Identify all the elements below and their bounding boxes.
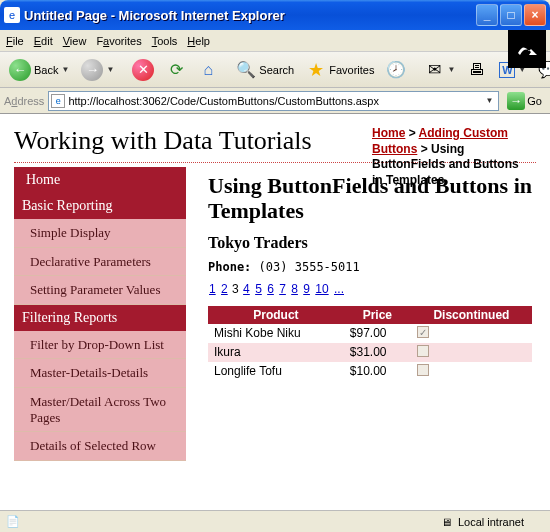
- pager-link[interactable]: 4: [243, 282, 250, 296]
- titlebar: e Untitled Page - Microsoft Internet Exp…: [0, 0, 550, 30]
- phone-row: Phone: (03) 3555-5011: [208, 260, 532, 274]
- zone-icon: 🖥: [440, 515, 454, 529]
- chevron-down-icon[interactable]: ▼: [482, 96, 496, 105]
- maximize-button[interactable]: □: [500, 4, 522, 26]
- sidebar-section-basic-reporting[interactable]: Basic Reporting: [14, 193, 186, 219]
- address-bar: Address e ▼ → Go: [0, 88, 550, 114]
- address-input[interactable]: [68, 95, 482, 107]
- mail-button[interactable]: ✉▼: [419, 58, 460, 82]
- table-header-row: Product Price Discontinued: [208, 306, 532, 324]
- history-button[interactable]: 🕗: [381, 58, 411, 82]
- cell-price: $97.00: [344, 324, 411, 343]
- print-icon: 🖶: [467, 60, 487, 80]
- throbber-icon: [508, 30, 546, 68]
- go-icon: →: [507, 92, 525, 110]
- supplier-name: Tokyo Traders: [208, 234, 532, 252]
- sidebar-item[interactable]: Setting Parameter Values: [14, 276, 186, 305]
- col-discontinued: Discontinued: [411, 306, 532, 324]
- sidebar-item[interactable]: Details of Selected Row: [14, 432, 186, 461]
- cell-disc: [411, 343, 532, 362]
- cell-product: Mishi Kobe Niku: [208, 324, 344, 343]
- home-icon: ⌂: [198, 60, 218, 80]
- forward-button[interactable]: → ▼: [76, 57, 119, 83]
- search-label: Search: [259, 64, 294, 76]
- history-icon: 🕗: [386, 60, 406, 80]
- cell-disc: [411, 324, 532, 343]
- pager-link[interactable]: 7: [279, 282, 286, 296]
- cell-price: $31.00: [344, 343, 411, 362]
- minimize-button[interactable]: _: [476, 4, 498, 26]
- menubar: File Edit View Favorites Tools Help: [0, 30, 550, 52]
- mail-icon: ✉: [424, 60, 444, 80]
- sidebar: Home Basic Reporting Simple Display Decl…: [14, 163, 186, 461]
- pager-link[interactable]: 10: [315, 282, 328, 296]
- address-field[interactable]: e ▼: [48, 91, 499, 111]
- page-status-icon: 📄: [6, 515, 20, 529]
- phone-label: Phone:: [208, 260, 251, 274]
- menu-tools[interactable]: Tools: [152, 35, 178, 47]
- refresh-button[interactable]: ⟳: [161, 58, 191, 82]
- search-button[interactable]: 🔍 Search: [231, 58, 299, 82]
- cell-product: Longlife Tofu: [208, 362, 344, 381]
- home-button[interactable]: ⌂: [193, 58, 223, 82]
- menu-help[interactable]: Help: [187, 35, 210, 47]
- menu-favorites[interactable]: Favorites: [96, 35, 141, 47]
- sidebar-item[interactable]: Master/Detail Across Two Pages: [14, 388, 186, 432]
- address-label: Address: [4, 95, 44, 107]
- pager-current: 3: [232, 282, 239, 296]
- checkbox-icon: [417, 364, 429, 376]
- table-row: Longlife Tofu $10.00: [208, 362, 532, 381]
- close-button[interactable]: ×: [524, 4, 546, 26]
- menu-edit[interactable]: Edit: [34, 35, 53, 47]
- page-icon: e: [51, 94, 65, 108]
- menu-view[interactable]: View: [63, 35, 87, 47]
- statusbar: 📄 🖥 Local intranet: [0, 510, 550, 532]
- pager-link[interactable]: 9: [303, 282, 310, 296]
- breadcrumb: Home > Adding Custom Buttons > Using But…: [372, 126, 532, 188]
- back-icon: ←: [9, 59, 31, 81]
- back-button[interactable]: ← Back ▼: [4, 57, 74, 83]
- sidebar-item[interactable]: Simple Display: [14, 219, 186, 248]
- favorites-button[interactable]: ★ Favorites: [301, 58, 379, 82]
- cell-disc: [411, 362, 532, 381]
- chevron-down-icon: ▼: [106, 65, 114, 74]
- refresh-icon: ⟳: [166, 60, 186, 80]
- viewport: Working with Data Tutorials Home > Addin…: [0, 114, 550, 510]
- sidebar-item[interactable]: Master-Details-Details: [14, 359, 186, 388]
- pager: 1 2 3 4 5 6 7 8 9 10 ...: [208, 282, 532, 296]
- pager-link[interactable]: 8: [291, 282, 298, 296]
- menu-file[interactable]: File: [6, 35, 24, 47]
- checkbox-icon: [417, 326, 429, 338]
- pager-link[interactable]: 1: [209, 282, 216, 296]
- stop-icon: ✕: [132, 59, 154, 81]
- stop-button[interactable]: ✕: [127, 57, 159, 83]
- print-button[interactable]: 🖶: [462, 58, 492, 82]
- col-price: Price: [344, 306, 411, 324]
- forward-icon: →: [81, 59, 103, 81]
- sidebar-item[interactable]: Filter by Drop-Down List: [14, 331, 186, 360]
- window-title: Untitled Page - Microsoft Internet Explo…: [24, 8, 474, 23]
- breadcrumb-home[interactable]: Home: [372, 126, 405, 140]
- sidebar-section-filtering-reports[interactable]: Filtering Reports: [14, 305, 186, 331]
- star-icon: ★: [306, 60, 326, 80]
- favorites-label: Favorites: [329, 64, 374, 76]
- go-button[interactable]: → Go: [503, 91, 546, 111]
- table-row: Ikura $31.00: [208, 343, 532, 362]
- toolbar: ← Back ▼ → ▼ ✕ ⟳ ⌂ 🔍 Search ★ Favorites …: [0, 52, 550, 88]
- back-label: Back: [34, 64, 58, 76]
- pager-link[interactable]: 6: [267, 282, 274, 296]
- chevron-down-icon: ▼: [447, 65, 455, 74]
- pager-more[interactable]: ...: [334, 282, 344, 296]
- checkbox-icon: [417, 345, 429, 357]
- sidebar-item[interactable]: Declarative Parameters: [14, 248, 186, 277]
- sidebar-item-home[interactable]: Home: [14, 167, 186, 193]
- pager-link[interactable]: 5: [255, 282, 262, 296]
- table-row: Mishi Kobe Niku $97.00: [208, 324, 532, 343]
- col-product: Product: [208, 306, 344, 324]
- main-content: Using ButtonFields and Buttons in Templa…: [186, 163, 536, 461]
- go-label: Go: [527, 95, 542, 107]
- zone-label: Local intranet: [458, 516, 524, 528]
- products-table: Product Price Discontinued Mishi Kobe Ni…: [208, 306, 532, 381]
- pager-link[interactable]: 2: [221, 282, 228, 296]
- cell-price: $10.00: [344, 362, 411, 381]
